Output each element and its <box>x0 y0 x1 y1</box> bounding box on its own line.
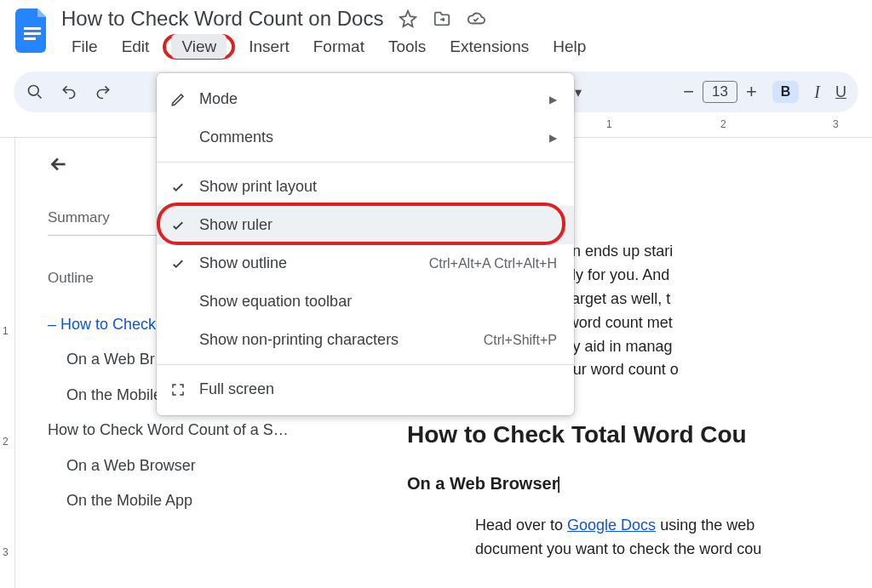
menubar: FileEditViewInsertFormatToolsExtensionsH… <box>61 34 858 60</box>
menu-item-label: Full screen <box>199 380 274 398</box>
doc-bullet[interactable]: Head over to Google Docs using the web d… <box>475 514 872 562</box>
menu-item-show-print-layout[interactable]: Show print layout <box>157 168 574 206</box>
doc-heading-2[interactable]: How to Check Total Word Cou <box>407 416 872 453</box>
decrease-font-icon[interactable]: − <box>683 81 694 103</box>
menu-shortcut: Ctrl+Alt+A Ctrl+Alt+H <box>429 256 557 271</box>
docs-app-icon[interactable] <box>14 7 51 54</box>
font-size-input[interactable]: 13 <box>703 81 737 103</box>
view-menu-dropdown: Mode▶Comments▶Show print layoutShow rule… <box>157 73 574 415</box>
fullscreen-icon <box>169 382 187 397</box>
menu-item-label: Show print layout <box>199 178 317 196</box>
outline-item[interactable]: On a Web Browser <box>48 448 339 483</box>
svg-rect-0 <box>24 27 41 30</box>
cloud-status-icon[interactable] <box>467 9 485 28</box>
increase-font-icon[interactable]: + <box>746 81 757 103</box>
menu-item-label: Mode <box>199 90 238 108</box>
menu-file[interactable]: File <box>61 34 108 60</box>
menu-format[interactable]: Format <box>303 34 375 60</box>
move-icon[interactable] <box>433 9 451 28</box>
menu-item-label: Show outline <box>199 254 287 272</box>
undo-icon[interactable] <box>60 83 78 101</box>
menu-item-show-non-printing-characters[interactable]: Show non-printing charactersCtrl+Shift+P <box>157 321 574 359</box>
svg-rect-1 <box>24 32 41 35</box>
italic-button[interactable]: I <box>814 83 820 102</box>
menu-help[interactable]: Help <box>542 34 596 60</box>
vertical-ruler[interactable]: 1 2 3 <box>0 138 15 588</box>
header: How to Check Word Count on Docs FileEdit… <box>0 0 872 60</box>
menu-tools[interactable]: Tools <box>378 34 436 60</box>
menu-item-label: Show non-printing characters <box>199 331 399 349</box>
menu-item-label: Comments <box>199 128 273 146</box>
search-icon[interactable] <box>26 83 44 101</box>
menu-insert[interactable]: Insert <box>238 34 300 60</box>
font-size-group: − 13 + <box>683 81 757 103</box>
bold-button[interactable]: B <box>772 81 800 103</box>
outline-item[interactable]: On the Mobile App <box>48 483 339 518</box>
link-google-docs[interactable]: Google Docs <box>567 517 656 534</box>
doc-heading-3[interactable]: On a Web Browser <box>407 471 872 497</box>
redo-icon[interactable] <box>94 83 112 101</box>
outline-item[interactable]: How to Check Word Count of a S… <box>48 413 339 448</box>
menu-item-show-equation-toolbar[interactable]: Show equation toolbar <box>157 283 574 321</box>
summary-divider <box>48 235 158 236</box>
check-icon <box>169 256 187 271</box>
menu-edit[interactable]: Edit <box>112 34 160 60</box>
menu-item-full-screen[interactable]: Full screen <box>157 370 574 408</box>
submenu-arrow-icon: ▶ <box>549 94 557 106</box>
menu-item-label: Show ruler <box>199 216 272 234</box>
menu-item-show-ruler[interactable]: Show ruler <box>157 206 574 244</box>
menu-item-comments[interactable]: Comments▶ <box>157 118 574 157</box>
menu-item-label: Show equation toolbar <box>199 293 352 311</box>
pencil-icon <box>169 92 187 107</box>
menu-item-show-outline[interactable]: Show outlineCtrl+Alt+A Ctrl+Alt+H <box>157 244 574 283</box>
document-title[interactable]: How to Check Word Count on Docs <box>61 7 383 31</box>
star-icon[interactable] <box>399 9 417 28</box>
menu-shortcut: Ctrl+Shift+P <box>484 333 557 348</box>
menu-item-mode[interactable]: Mode▶ <box>157 80 574 118</box>
menu-extensions[interactable]: Extensions <box>439 34 539 60</box>
svg-rect-2 <box>24 37 36 40</box>
check-icon <box>169 180 187 195</box>
check-icon <box>169 218 187 233</box>
svg-point-3 <box>29 86 39 96</box>
underline-button[interactable]: U <box>835 83 846 101</box>
submenu-arrow-icon: ▶ <box>549 132 557 144</box>
